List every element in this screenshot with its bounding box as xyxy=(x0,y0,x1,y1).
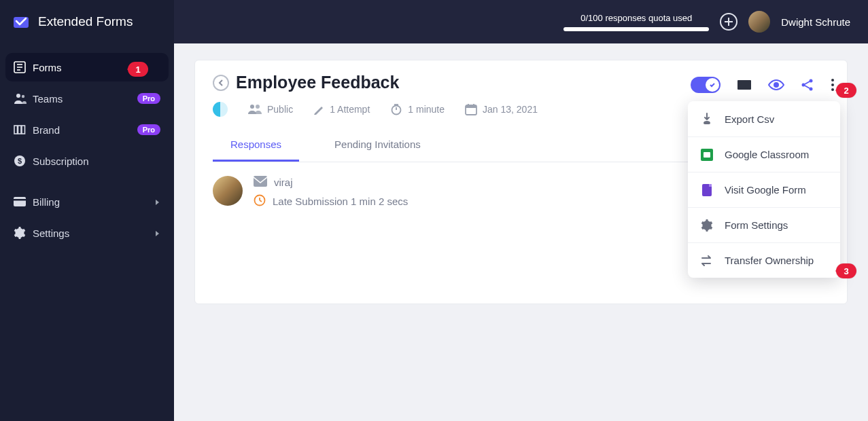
user-name: Dwight Schrute xyxy=(781,16,850,28)
forms-icon xyxy=(14,61,33,73)
mail-icon xyxy=(254,176,267,189)
add-button[interactable] xyxy=(720,13,737,31)
svg-rect-9 xyxy=(22,126,25,134)
logo-row: Extended Forms xyxy=(0,0,174,43)
svg-point-23 xyxy=(831,84,834,86)
back-button[interactable] xyxy=(213,75,229,91)
brand-icon xyxy=(14,125,33,134)
dropdown-label: Form Settings xyxy=(725,219,788,231)
tab-label: Pending Invitations xyxy=(334,139,421,150)
dropdown-visit-google-form[interactable]: Visit Google Form xyxy=(688,172,840,207)
form-card: Employee Feedback xyxy=(194,60,848,304)
chevron-right-icon xyxy=(155,196,160,208)
dropdown-form-settings[interactable]: Form Settings xyxy=(688,207,840,242)
response-late-line: Late Submission 1 min 2 secs xyxy=(254,194,408,208)
tab-pending-invitations[interactable]: Pending Invitations xyxy=(317,129,438,162)
sidebar-item-billing[interactable]: Billing xyxy=(5,187,169,216)
share-icon[interactable] xyxy=(801,78,814,92)
main-content: Employee Feedback xyxy=(174,43,868,421)
response-late-text: Late Submission 1 min 2 secs xyxy=(273,196,408,207)
svg-point-22 xyxy=(831,79,834,81)
svg-point-26 xyxy=(256,105,260,109)
app-title: Extended Forms xyxy=(38,14,133,29)
sidebar-label: Billing xyxy=(33,196,155,208)
svg-rect-7 xyxy=(14,126,18,134)
annotation-1: 1 xyxy=(128,62,148,77)
svg-point-25 xyxy=(250,105,254,109)
form-enabled-toggle[interactable] xyxy=(691,77,721,93)
pro-badge: Pro xyxy=(137,124,160,135)
svg-line-20 xyxy=(805,81,810,84)
sidebar-item-brand[interactable]: Brand Pro xyxy=(5,115,169,144)
dropdown-label: Export Csv xyxy=(725,113,774,125)
subscription-icon: $ xyxy=(14,155,33,167)
email-icon[interactable] xyxy=(737,79,752,91)
response-name: viraj xyxy=(274,177,293,188)
date-text: Jan 13, 2021 xyxy=(483,104,538,115)
response-avatar xyxy=(213,176,243,206)
quota-bar xyxy=(563,27,709,31)
dropdown-label: Google Classroom xyxy=(725,149,809,160)
gear-icon xyxy=(700,219,714,232)
dropdown-label: Transfer Ownership xyxy=(725,255,814,266)
preview-icon[interactable] xyxy=(768,79,784,91)
app-logo-icon xyxy=(12,13,30,31)
svg-line-37 xyxy=(260,200,262,202)
svg-rect-13 xyxy=(14,199,26,201)
response-details: viraj Late Submission 1 min 2 secs xyxy=(254,176,408,208)
quota-indicator: 0/100 responses quota used xyxy=(563,13,709,31)
title-actions xyxy=(691,77,835,93)
svg-point-16 xyxy=(774,83,778,87)
date-meta: Jan 13, 2021 xyxy=(465,103,538,115)
dropdown-transfer-ownership[interactable]: Transfer Ownership xyxy=(688,242,840,278)
annotation-2: 2 xyxy=(836,83,856,98)
sidebar: Extended Forms Forms Teams Pro xyxy=(0,0,174,421)
annotation-3: 3 xyxy=(836,263,856,278)
svg-text:$: $ xyxy=(18,157,22,165)
download-icon xyxy=(700,113,714,125)
google-classroom-icon xyxy=(700,149,714,161)
quota-text: 0/100 responses quota used xyxy=(580,13,692,23)
sidebar-label: Brand xyxy=(33,124,137,136)
visibility-meta: Public xyxy=(248,104,293,115)
dropdown-export-csv[interactable]: Export Csv xyxy=(688,101,840,136)
form-title: Employee Feedback xyxy=(236,73,399,92)
pro-badge: Pro xyxy=(137,93,160,104)
chevron-right-icon xyxy=(155,227,160,239)
dropdown-label: Visit Google Form xyxy=(725,184,806,196)
sidebar-item-subscription[interactable]: $ Subscription xyxy=(5,147,169,175)
user-avatar[interactable] xyxy=(748,11,770,33)
visibility-text: Public xyxy=(267,104,293,115)
more-menu-dropdown: Export Csv Google Classroom Visit Google… xyxy=(688,101,840,278)
svg-rect-8 xyxy=(18,126,22,134)
response-name-line: viraj xyxy=(254,176,408,189)
sidebar-label: Subscription xyxy=(33,155,160,167)
transfer-icon xyxy=(700,255,714,266)
color-indicator[interactable] xyxy=(213,102,228,117)
sidebar-item-teams[interactable]: Teams Pro xyxy=(5,84,169,113)
teams-icon xyxy=(14,92,33,105)
svg-rect-34 xyxy=(254,176,267,187)
sidebar-item-settings[interactable]: Settings xyxy=(5,219,169,247)
sidebar-label: Teams xyxy=(33,93,137,105)
svg-point-5 xyxy=(16,94,20,98)
attempts-text: 1 Attempt xyxy=(330,104,370,115)
svg-line-21 xyxy=(805,86,810,88)
topbar: 0/100 responses quota used Dwight Schrut… xyxy=(174,0,868,43)
tab-responses[interactable]: Responses xyxy=(213,129,299,162)
google-form-icon xyxy=(700,184,714,196)
tab-label: Responses xyxy=(230,139,281,150)
toggle-knob xyxy=(706,78,719,92)
sidebar-label: Settings xyxy=(33,227,155,239)
clock-icon xyxy=(254,194,266,208)
svg-rect-31 xyxy=(466,105,476,108)
settings-icon xyxy=(14,227,33,239)
billing-icon xyxy=(14,197,33,206)
sidebar-nav: Forms Teams Pro Brand Pro xyxy=(0,43,174,247)
duration-meta: 1 minute xyxy=(390,103,445,115)
duration-text: 1 minute xyxy=(408,104,445,115)
dropdown-google-classroom[interactable]: Google Classroom xyxy=(688,136,840,172)
svg-point-6 xyxy=(22,95,24,98)
svg-rect-12 xyxy=(14,197,26,206)
attempts-meta: 1 Attempt xyxy=(313,104,370,115)
